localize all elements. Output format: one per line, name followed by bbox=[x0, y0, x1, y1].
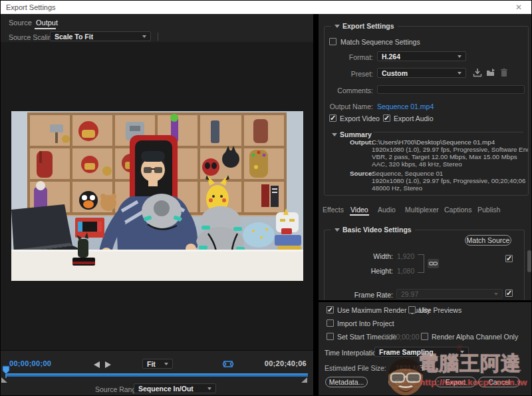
summary-source-label: Source: bbox=[350, 170, 374, 177]
frame-rate-label: Frame Rate: bbox=[342, 291, 393, 299]
summary-source-line: 48000 Hz, Stereo bbox=[372, 184, 422, 192]
scrollbar-thumb[interactable] bbox=[527, 250, 531, 272]
import-preset-icon[interactable] bbox=[486, 68, 496, 77]
render-alpha-label: Render Alpha Channel Only bbox=[432, 333, 518, 341]
save-preset-icon[interactable] bbox=[473, 68, 482, 77]
tab-source[interactable]: Source bbox=[9, 19, 32, 27]
chevron-down-icon bbox=[207, 387, 211, 390]
dimension-bracket bbox=[418, 254, 424, 273]
use-max-quality-checkbox[interactable] bbox=[327, 306, 334, 313]
frame-rate-dropdown: 29.97 bbox=[396, 289, 503, 299]
tab-publish[interactable]: Publish bbox=[477, 206, 500, 214]
match-source-button[interactable]: Match Source bbox=[465, 235, 511, 246]
format-label: Format: bbox=[332, 53, 373, 61]
export-audio-checkbox[interactable] bbox=[383, 114, 390, 122]
zoom-level-dropdown[interactable]: Fit bbox=[142, 359, 173, 369]
export-button[interactable]: Export bbox=[435, 377, 476, 387]
export-video-label: Export Video bbox=[340, 114, 380, 122]
basic-video-settings-header[interactable]: Basic Video Settings bbox=[331, 226, 415, 234]
out-point-icon[interactable] bbox=[105, 361, 111, 368]
playhead[interactable] bbox=[2, 365, 10, 379]
delete-preset-icon[interactable] bbox=[500, 68, 508, 77]
metadata-button[interactable]: Metadata... bbox=[325, 377, 368, 387]
height-value: 1,080 bbox=[397, 267, 414, 275]
export-video-checkbox[interactable] bbox=[329, 114, 336, 122]
tab-audio[interactable]: Audio bbox=[378, 206, 396, 214]
range-end-handle[interactable] bbox=[301, 377, 307, 383]
summary-output-label: Output: bbox=[350, 138, 373, 146]
match-sequence-checkbox[interactable] bbox=[329, 38, 336, 45]
use-previews-label: Use Previews bbox=[419, 306, 462, 314]
format-dropdown[interactable]: H.264 bbox=[377, 51, 466, 61]
collapse-chevron-icon bbox=[334, 228, 340, 232]
use-previews-checkbox[interactable] bbox=[408, 306, 416, 313]
comments-input[interactable] bbox=[377, 85, 525, 94]
zoom-level-value: Fit bbox=[147, 360, 156, 368]
summary-output-line: AAC, 320 kbps, 48 kHz, Stereo bbox=[372, 160, 462, 168]
set-start-timecode-checkbox[interactable] bbox=[327, 333, 334, 340]
width-value: 1,920 bbox=[397, 252, 414, 260]
timeline-scrubber[interactable] bbox=[6, 373, 308, 377]
collapse-chevron-icon bbox=[332, 133, 337, 136]
export-settings-header[interactable]: Export Settings bbox=[331, 22, 398, 30]
output-name-link[interactable]: Sequence 01.mp4 bbox=[377, 102, 434, 110]
preview-panel: Source Output Source Scaling: Scale To F… bbox=[1, 14, 313, 396]
frame-rate-checkbox[interactable] bbox=[505, 290, 513, 297]
export-audio-label: Export Audio bbox=[394, 114, 434, 122]
source-scaling-dropdown[interactable]: Scale To Fit bbox=[50, 31, 151, 41]
close-icon[interactable]: ✕ bbox=[515, 3, 522, 12]
frame-rate-value: 29.97 bbox=[401, 290, 418, 298]
render-alpha-checkbox[interactable] bbox=[421, 333, 428, 340]
summary-divider bbox=[373, 132, 523, 132]
output-name-label: Output Name: bbox=[325, 102, 373, 110]
duration-timecode: 00;20;40;06 bbox=[265, 359, 307, 367]
match-sequence-label: Match Sequence Settings bbox=[340, 38, 420, 46]
export-settings-dialog: Export Settings ✕ Source Output Source S… bbox=[0, 0, 532, 396]
summary-output-line: C:\Users\H700\Desktop\Sequence 01.mp4 bbox=[372, 138, 495, 146]
source-scaling-value: Scale To Fit bbox=[55, 33, 93, 41]
dialog-title: Export Settings bbox=[6, 3, 56, 11]
tab-multiplexer[interactable]: Multiplexer bbox=[405, 206, 439, 214]
source-range-value: Sequence In/Out bbox=[138, 385, 194, 393]
tab-video[interactable]: Video bbox=[350, 206, 368, 214]
estimated-file-size-label: Estimated File Size: bbox=[325, 364, 386, 372]
chevron-down-icon bbox=[460, 351, 464, 353]
crop-output-icon[interactable] bbox=[223, 359, 233, 369]
tab-effects[interactable]: Effects bbox=[323, 206, 344, 214]
height-label: Height: bbox=[352, 267, 393, 275]
current-timecode[interactable]: 00;00;00;00 bbox=[9, 359, 51, 367]
tab-captions[interactable]: Captions bbox=[444, 206, 471, 214]
transport-bar: 00;00;00;00 Fit 00;20;40;06 Source Range… bbox=[1, 350, 313, 396]
panel-divider bbox=[313, 300, 532, 302]
range-start-handle[interactable] bbox=[1, 377, 7, 383]
time-interpolation-value: Frame Sampling bbox=[379, 348, 434, 356]
preset-label: Preset: bbox=[332, 70, 373, 78]
start-timecode-value: 00;00;00;00 bbox=[382, 333, 419, 341]
width-label: Width: bbox=[352, 252, 393, 260]
summary-source-line: Sequence, Sequence 01 bbox=[372, 170, 443, 177]
import-into-project-checkbox[interactable] bbox=[327, 319, 334, 327]
chevron-down-icon bbox=[458, 72, 462, 75]
link-dimensions-icon[interactable] bbox=[428, 259, 439, 268]
active-tab-underline bbox=[35, 28, 56, 29]
active-tab-underline bbox=[350, 214, 369, 216]
time-interpolation-label: Time Interpolation: bbox=[325, 349, 382, 357]
import-into-project-label: Import Into Project bbox=[337, 319, 394, 327]
summary-output-line: 1920x1080 (1.0), 29.97 fps, Progressive,… bbox=[372, 146, 528, 153]
time-interpolation-dropdown[interactable]: Frame Sampling bbox=[374, 347, 469, 357]
source-range-dropdown[interactable]: Sequence In/Out bbox=[134, 383, 216, 393]
in-point-icon[interactable] bbox=[94, 361, 100, 368]
cancel-button[interactable]: Cancel bbox=[478, 377, 520, 387]
tab-output[interactable]: Output bbox=[36, 19, 58, 27]
use-max-quality-label: Use Maximum Render Quality bbox=[337, 306, 430, 314]
queue-button[interactable]: Queue bbox=[388, 377, 422, 387]
estimated-file-size-value: 1821 MB bbox=[396, 364, 424, 372]
width-height-checkbox[interactable] bbox=[505, 255, 513, 262]
preview-viewport bbox=[1, 42, 313, 350]
collapse-chevron-icon bbox=[334, 25, 340, 28]
toolbar-divider bbox=[158, 33, 158, 41]
chevron-down-icon bbox=[494, 293, 498, 296]
comments-label: Comments: bbox=[332, 87, 373, 95]
chevron-down-icon bbox=[142, 35, 146, 38]
preset-dropdown[interactable]: Custom bbox=[377, 68, 466, 78]
